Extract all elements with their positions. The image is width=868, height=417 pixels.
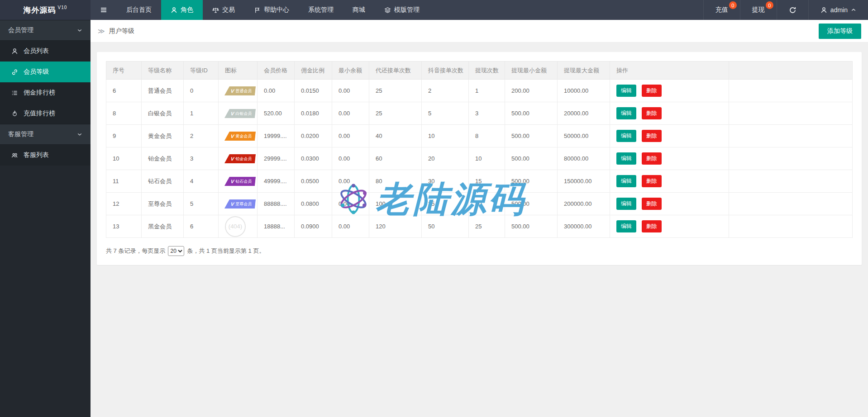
delete-button[interactable]: 删除 — [642, 175, 662, 187]
column-header-icon: 图标 — [219, 62, 258, 80]
cell-actions: 编辑 删除 — [610, 125, 729, 147]
sidebar-item-recharge-ranking[interactable]: 充值排行榜 — [0, 103, 91, 124]
cell-seq: 13 — [106, 215, 142, 238]
cell-actions: 编辑 删除 — [610, 170, 729, 193]
cell-min-balance: 0.00 — [332, 215, 369, 238]
cell-withdraw-min: 500.00 — [505, 102, 558, 125]
column-header-price: 会员价格 — [258, 62, 295, 80]
link-icon — [11, 69, 18, 76]
delete-button[interactable]: 删除 — [642, 107, 662, 119]
delete-button[interactable]: 删除 — [642, 220, 662, 232]
nav-item-roles[interactable]: 角色 — [161, 0, 203, 20]
cell-withdraw-times: 10 — [469, 147, 505, 170]
table-header-row: 序号 等级名称 等级ID 图标 会员价格 佣金比例 最小余额 代还接单次数 抖音… — [106, 62, 853, 80]
nav-item-help-center[interactable]: 帮助中心 — [244, 0, 299, 20]
delete-button[interactable]: 删除 — [642, 152, 662, 165]
username: admin — [830, 6, 848, 14]
cell-level-name: 黑金会员 — [142, 215, 184, 238]
cell-icon: 404 — [219, 215, 258, 238]
sidebar-item-commission-ranking[interactable]: 佣金排行榜 — [0, 82, 91, 103]
page-size-select[interactable]: 20 — [168, 246, 184, 256]
withdraw-button[interactable]: 提现 0 — [740, 0, 777, 20]
edit-button[interactable]: 编辑 — [616, 198, 636, 210]
sidebar-item-label: 充值排行榜 — [24, 109, 55, 118]
column-header-douyin-orders: 抖音接单次数 — [422, 62, 469, 80]
cell-douyin-orders: 30 — [422, 170, 469, 193]
edit-button[interactable]: 编辑 — [616, 175, 636, 187]
cell-withdraw-times: 15 — [469, 170, 505, 193]
double-angle-icon: ≫ — [98, 27, 105, 35]
column-header-seq: 序号 — [106, 62, 142, 80]
cell-repay-orders: 60 — [369, 147, 422, 170]
delete-button[interactable]: 删除 — [642, 198, 662, 210]
column-header-actions: 操作 — [610, 62, 729, 80]
sidebar-group-member-management[interactable]: 会员管理 — [0, 20, 91, 41]
sidebar-item-label: 会员列表 — [24, 47, 49, 55]
table-row: 10 铂金会员 3 V铂金会员 29999.... 0.0300 0.00 60… — [106, 147, 853, 170]
people-icon — [11, 152, 18, 159]
level-badge-image: V铂金会员 — [224, 154, 256, 163]
edit-button[interactable]: 编辑 — [616, 130, 636, 142]
pagination-bar: 共 7 条记录，每页显示 20 条，共 1 页当前显示第 1 页。 — [106, 246, 853, 256]
cell-price: 0.00 — [258, 80, 295, 102]
add-level-button[interactable]: 添加等级 — [819, 24, 861, 39]
refresh-icon — [789, 6, 796, 14]
column-header-filler — [729, 62, 853, 80]
sidebar-item-member-levels[interactable]: 会员等级 — [0, 62, 91, 82]
nav-label: 角色 — [181, 6, 193, 14]
nav-item-mall[interactable]: 商城 — [343, 0, 375, 20]
sidebar-item-label: 佣金排行榜 — [24, 89, 55, 97]
nav-item-system[interactable]: 系统管理 — [299, 0, 343, 20]
sidebar-item-member-list[interactable]: 会员列表 — [0, 41, 91, 62]
cell-level-name: 铂金会员 — [142, 147, 184, 170]
cell-filler — [729, 215, 853, 238]
app-version: V10 — [58, 5, 67, 10]
level-badge-image: V黄金会员 — [224, 132, 256, 141]
recharge-button[interactable]: 充值 0 — [703, 0, 740, 20]
cell-level-name: 普通会员 — [142, 80, 184, 102]
edit-button[interactable]: 编辑 — [616, 107, 636, 119]
edit-button[interactable]: 编辑 — [616, 85, 636, 97]
cell-douyin-orders: 5 — [422, 102, 469, 125]
withdraw-label: 提现 — [752, 6, 765, 14]
cell-withdraw-times: 3 — [469, 102, 505, 125]
level-badge-image: V至尊会员 — [224, 199, 256, 208]
cell-commission: 0.0800 — [295, 193, 332, 215]
cell-commission: 0.0180 — [295, 102, 332, 125]
sidebar-toggle-button[interactable] — [91, 0, 117, 20]
delete-button[interactable]: 删除 — [642, 85, 662, 97]
cell-douyin-orders: 10 — [422, 125, 469, 147]
cell-min-balance: 0.00 — [332, 102, 369, 125]
nav-item-trade[interactable]: 交易 — [203, 0, 244, 20]
cell-icon: V铂金会员 — [219, 147, 258, 170]
flag-icon — [254, 7, 261, 14]
cell-repay-orders: 100 — [369, 193, 422, 215]
cell-seq: 12 — [106, 193, 142, 215]
pagination-suffix: 条，共 1 页当前显示第 1 页。 — [187, 247, 265, 255]
cell-icon: V钻石会员 — [219, 170, 258, 193]
nav-item-templates[interactable]: 模版管理 — [375, 0, 429, 20]
cell-withdraw-max: 300000.00 — [558, 215, 610, 238]
edit-button[interactable]: 编辑 — [616, 220, 636, 232]
delete-button[interactable]: 删除 — [642, 130, 662, 142]
cell-level-id: 1 — [184, 102, 219, 125]
sidebar-group-support-management[interactable]: 客服管理 — [0, 124, 91, 145]
column-header-withdraw-max: 提现最大金额 — [558, 62, 610, 80]
user-menu[interactable]: admin — [808, 0, 868, 20]
refresh-button[interactable] — [777, 0, 808, 20]
cell-withdraw-times: 25 — [469, 215, 505, 238]
cell-seq: 8 — [106, 102, 142, 125]
cell-actions: 编辑 删除 — [610, 193, 729, 215]
nav-item-dashboard[interactable]: 后台首页 — [117, 0, 161, 20]
cell-price: 49999.... — [258, 170, 295, 193]
rank-list-icon — [11, 90, 18, 96]
cell-seq: 10 — [106, 147, 142, 170]
cell-level-id: 4 — [184, 170, 219, 193]
level-badge-image: V白银会员 — [224, 109, 256, 118]
sidebar-item-support-list[interactable]: 客服列表 — [0, 145, 91, 166]
edit-button[interactable]: 编辑 — [616, 152, 636, 165]
column-header-withdraw-min: 提现最小金额 — [505, 62, 558, 80]
cell-filler — [729, 193, 853, 215]
content-area: 序号 等级名称 等级ID 图标 会员价格 佣金比例 最小余额 代还接单次数 抖音… — [91, 43, 868, 417]
cell-withdraw-min: 200.00 — [505, 80, 558, 102]
